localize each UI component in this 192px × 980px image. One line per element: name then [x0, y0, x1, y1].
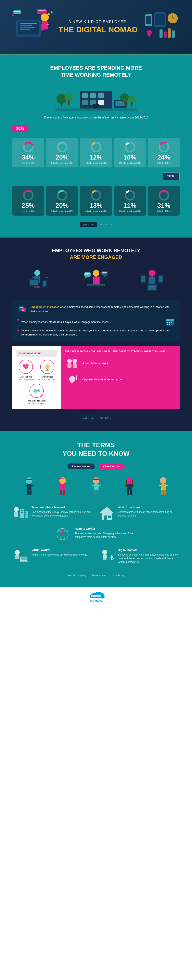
svg-rect-166 — [22, 510, 23, 511]
terms-badges: Remote worker Virtual worker — [12, 463, 180, 469]
svg-point-155 — [160, 477, 167, 484]
figure-remote — [86, 476, 106, 498]
svg-rect-161 — [163, 490, 166, 495]
stat-label-2016-0: Less than 20% — [14, 210, 42, 213]
gallup-source-1: gallup.com SOURCE ↗ — [12, 220, 180, 228]
svg-rect-126 — [73, 363, 77, 368]
stat-percent-2016-2: 13% — [82, 202, 110, 209]
also-likely-heading: THEY ARE ALSO THE MOST LIKELY OF ALL EMP… — [65, 350, 176, 353]
svg-rect-74 — [32, 277, 35, 278]
stat-percent-2012-4: 24% — [150, 154, 178, 161]
svg-point-131 — [26, 477, 32, 484]
svg-point-182 — [15, 550, 20, 555]
stat-label-2012-3: 60% to less than 80% — [116, 162, 144, 164]
svg-rect-152 — [131, 485, 134, 486]
svg-rect-31 — [172, 30, 175, 38]
svg-rect-75 — [45, 277, 48, 278]
svg-point-143 — [93, 477, 99, 484]
svg-rect-154 — [130, 490, 132, 495]
engagement-heading-2: ARE MORE ENGAGED — [12, 255, 180, 260]
someone-at-work-panel: SOMEONE AT WORK: Cares about them as a p… — [12, 346, 61, 409]
stat-percent-2016-0: 25% — [14, 202, 42, 209]
svg-point-92 — [149, 270, 155, 277]
stat-label-2016-4: 80% to 100% — [150, 210, 178, 213]
svg-rect-39 — [98, 93, 104, 98]
svg-rect-29 — [163, 32, 167, 38]
encourages-label-rest: their development — [39, 379, 56, 381]
svg-line-118 — [49, 365, 50, 366]
svg-rect-11 — [14, 11, 20, 12]
def-work-from-home: Work from home Common phrase that can me… — [98, 506, 180, 522]
svg-rect-165 — [21, 510, 22, 511]
svg-rect-186 — [20, 561, 28, 562]
svg-point-187 — [102, 550, 107, 555]
def-remote-worker: Remote worker The worker lives outside o… — [56, 527, 137, 543]
hero-illustration-right — [143, 8, 180, 46]
figure-work-from-home — [52, 476, 73, 498]
terms-section: THE TERMS YOU NEED TO KNOW Remote worker… — [0, 431, 192, 587]
svg-rect-120 — [34, 390, 39, 390]
svg-rect-8 — [41, 24, 44, 30]
progress-label-rest: about their progress — [28, 402, 46, 405]
svg-rect-38 — [90, 93, 96, 98]
svg-rect-2 — [20, 23, 37, 24]
svg-rect-12 — [14, 13, 18, 13]
source-unsettle: unsettle.org — [112, 574, 125, 577]
year-badge-2016: 2016 — [163, 172, 180, 180]
figure-virtual — [119, 476, 140, 498]
def-telecommute: Telecommute or telework Can mean that th… — [12, 506, 94, 522]
svg-rect-22 — [156, 14, 165, 25]
engagement-highlight: Engagement increases — [30, 305, 59, 309]
svg-point-149 — [126, 477, 133, 484]
svg-rect-109 — [169, 322, 170, 323]
svg-point-47 — [120, 93, 129, 102]
svg-rect-91 — [87, 285, 105, 285]
svg-rect-115 — [46, 370, 49, 371]
svg-rect-78 — [34, 286, 40, 288]
svg-rect-35 — [68, 100, 70, 105]
svg-rect-88 — [85, 274, 89, 275]
svg-rect-144 — [94, 484, 98, 490]
def-work-from-home-text: Work from home Common phrase that can me… — [118, 506, 180, 517]
svg-rect-43 — [93, 104, 99, 109]
stat-label-2012-4: 80% to 100% — [150, 162, 178, 164]
stat-card-2012-1: 20% 20% to less than 40% — [46, 138, 78, 167]
salesforce-footer: salesforce salesforce — [0, 587, 192, 608]
svg-rect-77 — [30, 280, 38, 285]
encourages-label-bold: Encourages — [41, 376, 53, 378]
stats-description: The amount of time spent working outside… — [12, 116, 180, 119]
svg-point-34 — [65, 93, 73, 101]
svg-point-190 — [111, 558, 113, 560]
svg-marker-181 — [62, 532, 63, 535]
stat-card-2012-4: 24% 80% to 100% — [148, 138, 180, 167]
stats-2016-block: 2016 25% Less than 20% 20% 20% to less t… — [12, 172, 180, 216]
svg-point-113 — [45, 365, 49, 370]
engagement-bullet-2: Workers with this schedule are the most … — [17, 329, 175, 336]
badge-virtual: Virtual worker — [99, 463, 124, 469]
svg-rect-80 — [43, 282, 46, 286]
svg-rect-110 — [171, 322, 172, 323]
svg-rect-97 — [159, 276, 163, 282]
svg-rect-3 — [20, 25, 32, 26]
svg-rect-4 — [20, 27, 35, 28]
stat-card-2016-4: 31% 80% to 100% — [148, 186, 180, 216]
svg-rect-140 — [64, 485, 67, 486]
likely-item-friend: A best friend at work — [65, 357, 176, 369]
svg-rect-20 — [146, 16, 151, 24]
svg-rect-112 — [169, 324, 170, 325]
terms-sources: workflexibility.org flexjobs.com unsettl… — [12, 571, 180, 577]
svg-rect-164 — [20, 509, 24, 518]
svg-rect-158 — [159, 485, 162, 486]
stat-percent-2012-1: 20% — [48, 154, 76, 161]
stat-card-2012-0: 34% Less than 20% — [12, 138, 44, 167]
def-digital-nomad: Digital nomad Someone who can work from … — [98, 549, 180, 565]
svg-point-17 — [51, 11, 52, 13]
engagement-section: EMPLOYEES WHO WORK REMOTELY ARE MORE ENG… — [0, 237, 192, 431]
svg-rect-40 — [82, 100, 88, 105]
svg-point-18 — [12, 14, 14, 16]
svg-rect-82 — [93, 277, 100, 284]
svg-point-101 — [21, 307, 26, 312]
svg-point-16 — [48, 13, 50, 15]
svg-rect-150 — [127, 484, 132, 490]
svg-rect-90 — [102, 274, 106, 274]
